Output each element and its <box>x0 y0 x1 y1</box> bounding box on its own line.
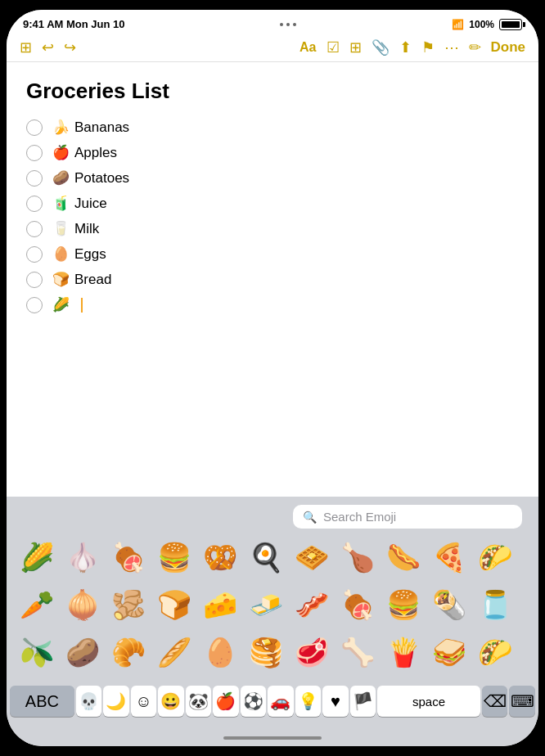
check-emoji-2: 🥔 <box>52 169 70 187</box>
check-circle-1[interactable] <box>26 145 43 161</box>
emoji-cell-0-3[interactable]: 🍔 <box>152 535 196 579</box>
done-button[interactable]: Done <box>491 39 526 56</box>
check-item: 🥛 Milk <box>26 220 519 237</box>
emoji-cell-1-9[interactable]: 🌯 <box>427 583 471 627</box>
emoji-cell-1-8[interactable]: 🍔 <box>381 583 426 627</box>
dot2 <box>286 23 290 26</box>
emoji-cell-2-8[interactable]: 🍟 <box>381 630 426 674</box>
kb-key-14[interactable]: ⌨ <box>509 686 534 717</box>
kb-key-10[interactable]: ♥ <box>322 686 348 717</box>
emoji-row-2: 🫒🥔🥐🥖🥚🥞🥩🦴🍟🥪🌮 <box>15 630 530 674</box>
check-emoji-6: 🍞 <box>52 271 70 288</box>
check-circle-0[interactable] <box>26 119 43 136</box>
emoji-cell-1-3[interactable]: 🍞 <box>152 583 196 627</box>
undo-icon[interactable]: ↩ <box>42 38 54 56</box>
emoji-cell-0-5[interactable]: 🍳 <box>244 535 288 579</box>
check-circle-5[interactable] <box>26 246 43 263</box>
check-emoji-7: 🌽 <box>52 296 70 313</box>
kb-key-9[interactable]: 💡 <box>295 686 321 717</box>
kb-key-12[interactable]: space <box>377 686 480 717</box>
kb-key-0[interactable]: ABC <box>10 686 74 717</box>
table-icon[interactable]: ⊞ <box>349 38 362 56</box>
emoji-cell-0-0[interactable]: 🌽 <box>15 535 59 579</box>
sidebar-icon[interactable]: ⊞ <box>20 38 32 56</box>
check-item: 🌽 <box>26 296 519 313</box>
emoji-cell-2-7[interactable]: 🦴 <box>336 630 380 674</box>
kb-key-4[interactable]: 😀 <box>158 686 183 717</box>
emoji-cell-2-5[interactable]: 🥞 <box>244 630 288 674</box>
check-emoji-5: 🥚 <box>52 245 70 263</box>
redo-icon[interactable]: ↪ <box>64 38 76 56</box>
check-label-3: Juice <box>74 196 107 212</box>
emoji-cell-2-1[interactable]: 🥔 <box>61 630 105 674</box>
emoji-cell-1-6[interactable]: 🥓 <box>290 583 334 627</box>
check-circle-7[interactable] <box>26 297 43 313</box>
format-icon[interactable]: Aa <box>300 40 316 55</box>
emoji-cell-2-4[interactable]: 🥚 <box>198 630 242 674</box>
check-circle-3[interactable] <box>26 196 43 212</box>
emoji-cell-1-7[interactable]: 🍖 <box>336 583 380 627</box>
emoji-cell-2-9[interactable]: 🥪 <box>427 630 471 674</box>
emoji-cell-0-2[interactable]: 🍖 <box>106 535 151 579</box>
kb-key-8[interactable]: 🚗 <box>268 686 293 717</box>
emoji-cell-1-1[interactable]: 🧅 <box>61 583 105 627</box>
emoji-cell-0-8[interactable]: 🌭 <box>381 535 426 579</box>
emoji-cell-1-10[interactable]: 🫙 <box>473 583 517 627</box>
kb-key-6[interactable]: 🍎 <box>213 686 238 717</box>
checklist: 🍌 Bananas 🍎 Apples 🥔 Potatoes 🧃 Jui <box>26 119 519 313</box>
toolbar: ⊞ ↩ ↪ Aa ☑ ⊞ 📎 ⬆ ⚑ ⋯ ✏ Done <box>7 34 538 62</box>
kb-key-2[interactable]: 🌙 <box>103 686 128 717</box>
more-icon[interactable]: ⋯ <box>444 38 459 56</box>
checklist-icon[interactable]: ☑ <box>327 38 340 56</box>
emoji-cell-0-6[interactable]: 🧇 <box>290 535 334 579</box>
emoji-cell-1-2[interactable]: 🫚 <box>106 583 151 627</box>
emoji-cell-2-10[interactable]: 🌮 <box>473 630 517 674</box>
check-label-1: Apples <box>74 145 117 161</box>
check-label-2: Potatoes <box>74 170 129 187</box>
attachment-icon[interactable]: 📎 <box>372 38 390 56</box>
dot3 <box>293 23 296 26</box>
emoji-cell-0-10[interactable]: 🌮 <box>473 535 517 579</box>
status-right: 📶 100% <box>452 19 522 30</box>
emoji-cell-1-4[interactable]: 🧀 <box>198 583 242 627</box>
emoji-search-bar[interactable]: 🔍 Search Emoji <box>293 505 522 529</box>
emoji-cell-2-0[interactable]: 🫒 <box>15 630 59 674</box>
check-emoji-0: 🍌 <box>52 119 70 136</box>
highlight-icon[interactable]: ⚑ <box>421 38 435 56</box>
check-text-2: 🥔 Potatoes <box>52 169 129 187</box>
emoji-cell-1-5[interactable]: 🧈 <box>244 583 288 627</box>
emoji-cell-2-2[interactable]: 🥐 <box>106 630 151 674</box>
emoji-cell-2-6[interactable]: 🥩 <box>290 630 334 674</box>
emoji-row-1: 🥕🧅🫚🍞🧀🧈🥓🍖🍔🌯🫙 <box>15 583 530 627</box>
check-circle-4[interactable] <box>26 221 43 237</box>
kb-key-11[interactable]: 🏴 <box>350 686 376 717</box>
emoji-row-0: 🌽🧄🍖🍔🥨🍳🧇🍗🌭🍕🌮 <box>15 535 530 579</box>
note-title[interactable]: Groceries List <box>26 79 519 104</box>
emoji-cell-0-4[interactable]: 🥨 <box>198 535 242 579</box>
share-icon[interactable]: ⬆ <box>399 38 412 56</box>
check-label-4: Milk <box>74 221 99 237</box>
compose-icon[interactable]: ✏ <box>469 38 481 56</box>
emoji-cell-0-7[interactable]: 🍗 <box>336 535 380 579</box>
note-content: Groceries List 🍌 Bananas 🍎 Apples 🥔 Pota… <box>7 62 538 497</box>
kb-key-13[interactable]: ⌫ <box>482 686 507 717</box>
check-circle-6[interactable] <box>26 272 43 288</box>
keyboard-bottom: ABC💀🌙☺😀🐼🍎⚽🚗💡♥🏴space⌫⌨ <box>7 681 538 730</box>
check-text-5: 🥚 Eggs <box>52 245 106 263</box>
status-center <box>280 23 296 26</box>
kb-key-5[interactable]: 🐼 <box>186 686 211 717</box>
emoji-cell-0-1[interactable]: 🧄 <box>61 535 105 579</box>
emoji-cell-1-0[interactable]: 🥕 <box>15 583 59 627</box>
emoji-search-input[interactable]: Search Emoji <box>323 510 512 524</box>
check-item: 🧃 Juice <box>26 195 519 212</box>
check-item: 🍌 Bananas <box>26 119 519 136</box>
kb-key-7[interactable]: ⚽ <box>241 686 266 717</box>
kb-key-3[interactable]: ☺ <box>131 686 156 717</box>
check-text-1: 🍎 Apples <box>52 144 117 161</box>
emoji-cell-2-3[interactable]: 🥖 <box>152 630 196 674</box>
emoji-cell-0-9[interactable]: 🍕 <box>427 535 471 579</box>
check-item: 🍎 Apples <box>26 144 519 161</box>
kb-key-1[interactable]: 💀 <box>76 686 101 717</box>
battery-icon <box>499 19 522 30</box>
check-circle-2[interactable] <box>26 170 43 187</box>
